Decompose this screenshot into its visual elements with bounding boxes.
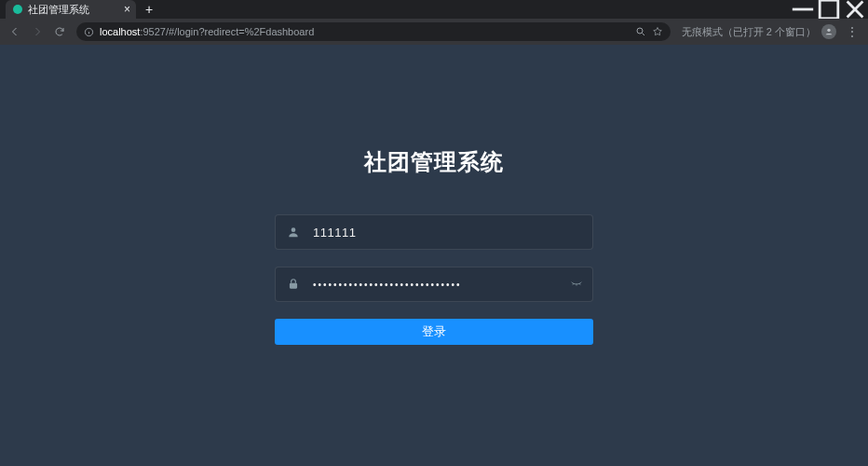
svg-line-14 (580, 283, 581, 284)
nav-reload-button[interactable] (50, 22, 69, 41)
username-field[interactable] (275, 214, 593, 250)
browser-tab-active[interactable]: 社团管理系统 × (6, 0, 136, 19)
zoom-icon[interactable] (635, 26, 646, 37)
lock-icon (287, 278, 305, 291)
incognito-label: 无痕模式（已打开 2 个窗口） (682, 25, 816, 39)
svg-rect-1 (820, 0, 838, 19)
login-form: 社团管理系统 登录 (275, 147, 593, 345)
new-tab-button[interactable]: + (140, 0, 158, 19)
tab-close-icon[interactable]: × (124, 4, 130, 15)
url-text: localhost:9527/#/login?redirect=%2Fdashb… (100, 26, 630, 37)
svg-line-8 (642, 34, 644, 36)
bookmark-star-icon[interactable] (652, 26, 663, 37)
site-info-icon[interactable] (84, 27, 94, 37)
tab-title: 社团管理系统 (28, 3, 129, 17)
window-close-button[interactable] (842, 0, 868, 19)
address-bar[interactable]: localhost:9527/#/login?redirect=%2Fdashb… (76, 22, 671, 41)
browser-menu-icon[interactable]: ⋮ (842, 24, 862, 39)
username-input[interactable] (305, 226, 581, 240)
user-icon (287, 226, 305, 239)
svg-line-12 (573, 283, 574, 284)
window-minimize-button[interactable] (790, 0, 816, 19)
nav-forward-button[interactable] (28, 22, 47, 41)
profile-avatar-icon[interactable] (821, 24, 836, 39)
login-title: 社团管理系统 (275, 147, 593, 177)
svg-point-9 (827, 29, 830, 32)
svg-point-10 (292, 227, 296, 232)
password-field[interactable] (275, 267, 593, 302)
toggle-password-visibility-icon[interactable] (570, 278, 583, 291)
window-controls (790, 0, 868, 19)
page-viewport: 社团管理系统 登录 (0, 45, 868, 466)
browser-titlebar: 社团管理系统 × + (0, 0, 868, 19)
svg-rect-11 (290, 283, 297, 289)
nav-back-button[interactable] (6, 22, 24, 41)
svg-point-7 (637, 28, 643, 34)
login-submit-button[interactable]: 登录 (275, 319, 593, 345)
window-maximize-button[interactable] (816, 0, 842, 19)
tab-favicon (13, 5, 22, 14)
password-input[interactable] (305, 280, 581, 290)
browser-toolbar: localhost:9527/#/login?redirect=%2Fdashb… (0, 19, 868, 45)
